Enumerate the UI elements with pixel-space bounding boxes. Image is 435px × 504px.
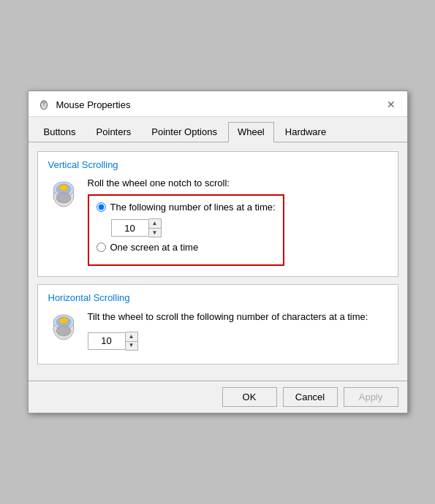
screen-radio-row: One screen at a time	[97, 242, 276, 253]
dialog-title: Mouse Properties	[56, 99, 131, 110]
lines-spinner-input[interactable]	[111, 219, 149, 237]
lines-radio-row: The following number of lines at a time:	[97, 202, 276, 213]
vertical-scrolling-section: Vertical Scrolling Roll the wheel one no…	[37, 151, 398, 277]
horizontal-scrolling-title: Horizontal Scrolling	[48, 292, 387, 303]
tab-pointer-options[interactable]: Pointer Options	[142, 122, 227, 142]
tab-content: Vertical Scrolling Roll the wheel one no…	[29, 142, 407, 380]
vertical-scroll-icon	[48, 177, 79, 208]
vertical-section-row: Roll the wheel one notch to scroll: The …	[48, 177, 387, 266]
tab-buttons[interactable]: Buttons	[34, 122, 86, 142]
cancel-button[interactable]: Cancel	[283, 387, 338, 407]
svg-point-12	[56, 326, 71, 336]
mouse-properties-dialog: Mouse Properties ✕ Buttons Pointers Poin…	[28, 91, 408, 413]
dialog-footer: OK Cancel Apply	[29, 381, 407, 413]
chars-spinner-row: ▲ ▼	[88, 332, 387, 351]
lines-spinner-down[interactable]: ▼	[149, 228, 161, 237]
apply-button[interactable]: Apply	[344, 387, 398, 407]
svg-point-2	[42, 102, 45, 104]
chars-spinner-down[interactable]: ▼	[126, 341, 137, 350]
chars-spinner-buttons: ▲ ▼	[126, 332, 138, 351]
vertical-scrolling-title: Vertical Scrolling	[48, 159, 387, 170]
horizontal-section-row: Tilt the wheel to scroll the following n…	[48, 310, 387, 353]
vertical-options-box: The following number of lines at a time:…	[88, 194, 284, 266]
chars-spinner-up[interactable]: ▲	[126, 332, 137, 341]
horizontal-section-body: Tilt the wheel to scroll the following n…	[88, 310, 387, 353]
close-button[interactable]: ✕	[384, 97, 398, 112]
horizontal-scrolling-section: Horizontal Scrolling Tilt the wheel to s…	[37, 284, 398, 364]
tab-wheel[interactable]: Wheel	[228, 122, 274, 142]
lines-radio[interactable]	[97, 202, 106, 212]
svg-point-6	[59, 185, 68, 191]
svg-point-7	[56, 193, 71, 203]
roll-label: Roll the wheel one notch to scroll:	[88, 177, 387, 188]
screen-radio[interactable]	[97, 243, 106, 252]
screen-radio-label: One screen at a time	[110, 242, 199, 253]
title-bar-left: Mouse Properties	[37, 98, 131, 111]
ok-button[interactable]: OK	[222, 387, 277, 407]
lines-spinner-row: ▲ ▼	[111, 218, 276, 237]
lines-spinner-up[interactable]: ▲	[149, 219, 161, 228]
title-bar: Mouse Properties ✕	[29, 91, 407, 117]
chars-spinner-input[interactable]	[88, 332, 126, 350]
tab-bar: Buttons Pointers Pointer Options Wheel H…	[29, 117, 407, 142]
svg-point-11	[59, 318, 68, 324]
vertical-section-body: Roll the wheel one notch to scroll: The …	[88, 177, 387, 266]
tab-pointers[interactable]: Pointers	[87, 122, 141, 142]
horizontal-scroll-icon	[48, 310, 79, 341]
mouse-icon	[37, 98, 50, 111]
lines-radio-label: The following number of lines at a time:	[110, 202, 276, 213]
lines-spinner-buttons: ▲ ▼	[149, 218, 162, 237]
tilt-label: Tilt the wheel to scroll the following n…	[88, 310, 387, 324]
tab-hardware[interactable]: Hardware	[276, 122, 336, 142]
